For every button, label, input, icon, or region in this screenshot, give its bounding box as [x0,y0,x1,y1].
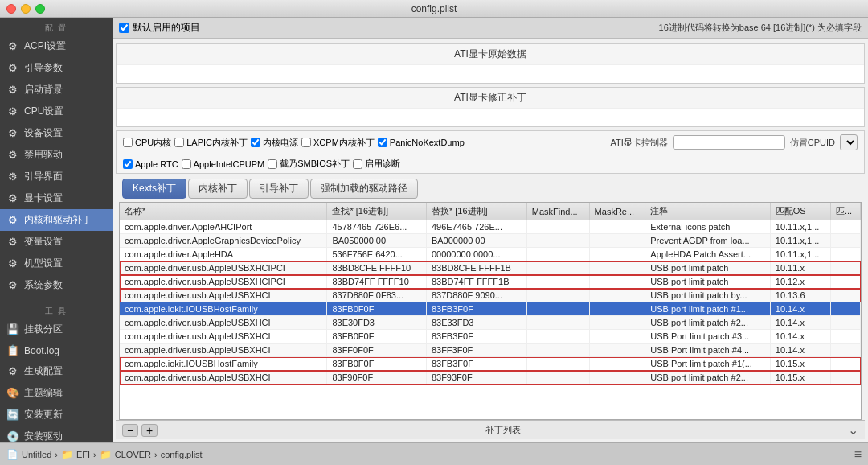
sidebar-item-acpi[interactable]: ⚙ ACPI设置 [0,35,113,57]
sidebar-item-mac[interactable]: ⚙ 机型设置 [0,253,113,274]
cb-lapic-input[interactable] [174,138,184,147]
close-button[interactable] [6,4,16,14]
breadcrumb-sep-1: › [93,450,96,459]
cb-diag-input[interactable] [353,159,362,169]
table-cell: com.apple.driver.AppleGraphicsDevicePoli… [120,234,327,248]
toolbar-menu-icon[interactable]: ≡ [854,447,862,462]
plus-button[interactable]: + [141,424,158,437]
sidebar-item-kernel[interactable]: ⚙ 内核和驱动补丁 [0,209,113,231]
tab-forced[interactable]: 强制加载的驱动路径 [310,179,418,199]
sidebar-item-boot-bg[interactable]: ⚙ 启动背景 [0,79,113,101]
sidebar-item-disabled[interactable]: ⚙ 禁用驱动 [0,144,113,166]
table-row[interactable]: com.apple.driver.usb.AppleUSBXHCI83FB0F0… [120,330,861,344]
table-cell: 10.11.x,1... [770,248,830,261]
default-enabled-checkbox[interactable] [119,23,129,33]
checkboxes-row2: Apple RTC AppleIntelCPUPM 截乃SMBIOS补丁 启用诊… [116,154,865,174]
table-cell [526,330,589,344]
cb-smbios-input[interactable] [268,159,277,169]
mac-icon: ⚙ [6,257,19,270]
table-row[interactable]: com.apple.driver.AppleHDA536F756E 6420..… [120,248,861,261]
table-cell [526,344,589,357]
sidebar-item-display[interactable]: ⚙ 显卡设置 [0,187,113,209]
table-cell: com.apple.driver.usb.AppleUSBXHCI [120,316,327,330]
sidebar-label-acpi: ACPI设置 [24,39,66,53]
table-cell [830,275,860,289]
traffic-lights [6,4,45,14]
table-row[interactable]: com.apple.driver.usb.AppleUSBXHCI83FF0F0… [120,344,861,357]
fake-cpuid-select[interactable] [840,134,858,150]
cb-lapic[interactable]: LAPIC内核补丁 [174,137,248,149]
sidebar-item-cpu[interactable]: ⚙ CPU设置 [0,101,113,122]
cb-xcpm[interactable]: XCPM内核补丁 [301,137,375,149]
sidebar-label-mount: 挂载分区 [24,323,63,336]
sidebar-label-theme: 主题编辑 [24,386,63,400]
sidebar-section-config: 配 置 [0,18,113,35]
maximize-button[interactable] [35,4,45,14]
table-cell [526,302,589,316]
cb-diag-label: 启用诊断 [365,158,400,170]
sidebar-item-boot-params[interactable]: ⚙ 引导参数 [0,57,113,79]
cb-xcpm-input[interactable] [301,138,311,147]
minimize-button[interactable] [21,4,31,14]
table-cell [589,357,645,371]
kexts-table-wrapper[interactable]: 名称* 查找* [16进制] 替换* [16进制] MaskFind... Ma… [119,202,862,420]
cb-smbios[interactable]: 截乃SMBIOS补丁 [268,158,350,170]
cb-apple-intel-input[interactable] [182,159,191,169]
cb-kernel-pm[interactable]: 内核电源 [251,137,298,149]
sidebar-item-driver[interactable]: 💿 安装驱动 [0,426,113,442]
sidebar: 配 置 ⚙ ACPI设置 ⚙ 引导参数 ⚙ 启动背景 ⚙ CPU设置 ⚙ 设备设… [0,18,113,442]
cb-cpu-core[interactable]: CPU内核 [123,137,171,149]
cb-apple-rtc[interactable]: Apple RTC [123,159,178,169]
boot-bg-icon: ⚙ [6,84,19,96]
sidebar-item-sys[interactable]: ⚙ 系统参数 [0,274,113,296]
sidebar-item-mount[interactable]: 💾 挂载分区 [0,319,113,340]
table-row[interactable]: com.apple.driver.usb.AppleUSBXHCI837D880… [120,289,861,302]
table-row[interactable]: com.apple.driver.usb.AppleUSBXHCI83F90F0… [120,371,861,385]
tab-boot[interactable]: 引导补丁 [249,179,309,199]
table-cell [526,316,589,330]
sidebar-item-update[interactable]: 🔄 安装更新 [0,404,113,426]
table-cell: 83E30FD3 [327,316,427,330]
table-row[interactable]: com.apple.driver.usb.AppleUSBXHCIPCI83BD… [120,275,861,289]
sidebar-item-theme[interactable]: 🎨 主题编辑 [0,382,113,404]
sidebar-label-display: 显卡设置 [24,191,63,205]
cb-apple-rtc-input[interactable] [123,159,133,169]
table-cell: USB Port limit patch #3... [645,330,771,344]
cb-apple-intel-label: AppleIntelCPUPM [194,159,265,169]
table-cell [589,289,645,302]
table-cell [830,371,860,385]
checkboxes-row: CPU内核 LAPIC内核补丁 内核电源 XCPM内核补丁 PanicNoKex… [116,130,865,154]
ati-controller-input[interactable] [673,135,785,150]
bootlog-icon: 📋 [6,344,19,356]
breadcrumb-file-icon: 📄 [6,449,18,460]
default-enabled-checkbox-label[interactable]: 默认启用的项目 [119,21,200,35]
sidebar-item-generate[interactable]: ⚙ 生成配置 [0,360,113,382]
sidebar-item-vars[interactable]: ⚙ 变量设置 [0,231,113,253]
table-row[interactable]: com.apple.iokit.IOUSBHostFamily83FB0F0F8… [120,357,861,371]
dropdown-arrow[interactable]: ⌄ [848,422,858,438]
sidebar-item-bootlog[interactable]: 📋 Boot.log [0,340,113,360]
cb-diag[interactable]: 启用诊断 [353,158,400,170]
table-row[interactable]: com.apple.driver.AppleGraphicsDevicePoli… [120,234,861,248]
cb-panic[interactable]: PanicNoKextDump [378,138,465,147]
table-row[interactable]: com.apple.driver.usb.AppleUSBXHCIPCI83BD… [120,261,861,275]
sidebar-item-device[interactable]: ⚙ 设备设置 [0,122,113,144]
table-cell: 83FB3F0F [426,302,526,316]
table-row[interactable]: com.apple.driver.AppleAHCIPort45787465 7… [120,220,861,234]
sidebar-item-gui[interactable]: ⚙ 引导界面 [0,166,113,187]
table-cell: 83BD74FF FFFF10 [327,275,427,289]
cb-cpu-core-input[interactable] [123,138,133,147]
cb-panic-input[interactable] [378,138,387,147]
breadcrumb: 📄 Untitled › 📁 EFI › 📁 CLOVER › config.p… [6,449,203,460]
table-row[interactable]: com.apple.driver.usb.AppleUSBXHCI83E30FD… [120,316,861,330]
tab-kernel[interactable]: 内核补丁 [188,179,248,199]
cb-kernel-pm-input[interactable] [251,138,260,147]
table-cell [830,316,860,330]
sidebar-label-update: 安装更新 [24,408,63,422]
table-cell [830,302,860,316]
cb-apple-intel[interactable]: AppleIntelCPUPM [182,159,265,169]
table-cell: com.apple.driver.usb.AppleUSBXHCI [120,289,327,302]
minus-button[interactable]: − [122,424,138,437]
tab-kexts[interactable]: Kexts补丁 [122,179,186,199]
table-row[interactable]: com.apple.iokit.IOUSBHostFamily83FB0F0F8… [120,302,861,316]
